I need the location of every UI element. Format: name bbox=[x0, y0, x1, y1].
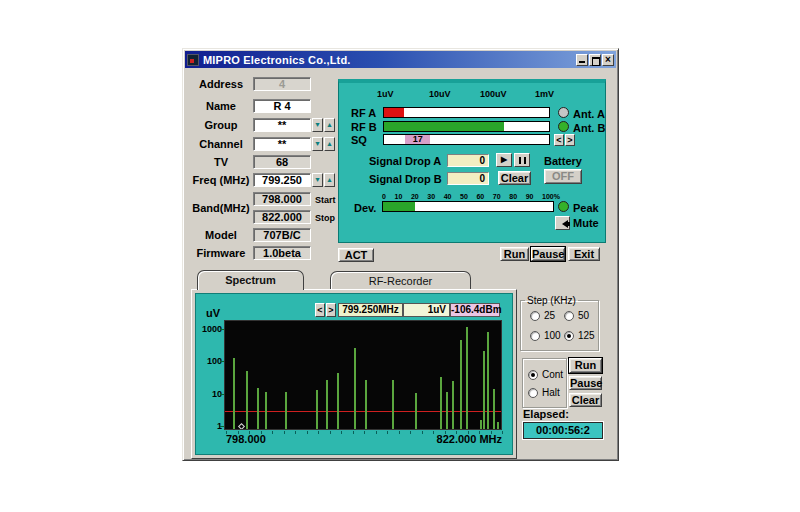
sq-label: SQ bbox=[351, 134, 367, 146]
dev-tick: 100% bbox=[542, 193, 560, 200]
spectrum-panel: uV < > 799.250MHz 1uV -106.4dBm 1000 100… bbox=[195, 293, 513, 455]
pause-meter-button[interactable] bbox=[514, 153, 530, 167]
spectrum-spike bbox=[415, 393, 417, 430]
uv-unit-label: uV bbox=[206, 307, 220, 319]
freq-field[interactable]: 799.250 bbox=[253, 173, 311, 187]
scale-100uv-label: 100uV bbox=[480, 89, 507, 99]
radio-step-100[interactable] bbox=[530, 331, 540, 341]
close-icon[interactable]: × bbox=[602, 54, 614, 66]
signal-drop-b-field: 0 bbox=[447, 172, 489, 185]
firmware-field: 1.0beta bbox=[253, 246, 311, 260]
channel-field[interactable]: ** bbox=[253, 137, 311, 151]
address-label: Address bbox=[189, 78, 253, 90]
dev-tick: 20 bbox=[411, 193, 419, 200]
pause-button[interactable]: Pause bbox=[531, 247, 565, 261]
spectrum-run-button[interactable]: Run bbox=[569, 358, 602, 373]
cursor-dbm-readout: -106.4dBm bbox=[450, 303, 500, 317]
rf-a-label: RF A bbox=[351, 107, 376, 119]
spectrum-spike bbox=[483, 351, 485, 430]
dev-tick: 80 bbox=[509, 193, 517, 200]
spectrum-spike bbox=[354, 348, 356, 430]
spectrum-spike bbox=[466, 327, 468, 430]
channel-up-icon[interactable]: ▲ bbox=[324, 137, 335, 151]
cursor-freq-readout: 799.250MHz bbox=[338, 303, 403, 317]
radio-halt[interactable] bbox=[528, 388, 538, 398]
step-legend: Step (KHz) bbox=[525, 295, 578, 306]
spectrum-spike bbox=[337, 373, 339, 430]
minimize-icon[interactable] bbox=[576, 54, 588, 66]
sq-right-icon[interactable]: > bbox=[565, 134, 575, 146]
radio-cont[interactable] bbox=[528, 370, 538, 380]
radio-cont-label: Cont bbox=[542, 369, 563, 380]
cursor-marker-icon[interactable] bbox=[238, 423, 245, 430]
spectrum-chart[interactable] bbox=[224, 320, 502, 430]
spectrum-pause-button[interactable]: Pause bbox=[569, 376, 602, 390]
group-up-icon[interactable]: ▲ bbox=[324, 118, 335, 132]
x-axis-tick bbox=[295, 431, 296, 434]
exit-button[interactable]: Exit bbox=[568, 247, 600, 261]
play-button[interactable]: ▶ bbox=[496, 153, 512, 167]
dev-fill bbox=[383, 202, 415, 211]
y-axis-tick bbox=[220, 394, 224, 395]
spectrum-spike bbox=[365, 380, 367, 430]
tab-spectrum[interactable]: Spectrum bbox=[197, 270, 304, 290]
signal-drop-a-field: 0 bbox=[447, 154, 489, 167]
freq-label: Freq (MHz) bbox=[189, 174, 253, 186]
freq-down-icon[interactable]: ▼ bbox=[312, 173, 323, 187]
band-start-field: 798.000 bbox=[253, 192, 311, 206]
spectrum-spike bbox=[493, 389, 495, 430]
dev-tick: 50 bbox=[460, 193, 468, 200]
ant-b-lamp bbox=[558, 121, 569, 132]
cursor-uv-readout: 1uV bbox=[403, 303, 450, 317]
x-left-label: 798.000 bbox=[226, 433, 266, 445]
dev-label: Dev. bbox=[354, 202, 376, 214]
spectrum-spike bbox=[497, 422, 499, 430]
dev-meter bbox=[382, 201, 554, 212]
name-field[interactable]: R 4 bbox=[253, 99, 311, 113]
scale-1mv-label: 1mV bbox=[535, 89, 554, 99]
radio-step-25[interactable] bbox=[530, 311, 540, 321]
channel-down-icon[interactable]: ▼ bbox=[312, 137, 323, 151]
elapsed-time-display: 00:00:56:2 bbox=[523, 422, 603, 439]
spectrum-spike bbox=[460, 340, 462, 430]
app-icon bbox=[187, 54, 199, 66]
window-title: MIPRO Electronics Co.,Ltd. bbox=[203, 54, 351, 66]
dev-tick: 70 bbox=[493, 193, 501, 200]
group-down-icon[interactable]: ▼ bbox=[312, 118, 323, 132]
maximize-icon[interactable] bbox=[589, 54, 601, 66]
dev-tick: 40 bbox=[444, 193, 452, 200]
battery-off-button: OFF bbox=[544, 169, 582, 184]
ant-b-label: Ant. B bbox=[573, 122, 605, 134]
cursor-left-icon[interactable]: < bbox=[315, 303, 325, 317]
radio-step-125[interactable] bbox=[564, 331, 574, 341]
act-button[interactable]: ACT bbox=[338, 248, 374, 262]
mute-button[interactable] bbox=[555, 216, 570, 230]
rf-a-fill bbox=[384, 108, 404, 117]
spectrum-spike bbox=[285, 392, 287, 430]
battery-label: Battery bbox=[544, 155, 582, 167]
spectrum-spike bbox=[326, 380, 328, 430]
tab-rf-recorder[interactable]: RF-Recorder bbox=[330, 271, 471, 291]
cursor-right-icon[interactable]: > bbox=[326, 303, 336, 317]
x-axis-tick bbox=[353, 431, 354, 434]
radio-step-100-label: 100 bbox=[544, 330, 561, 341]
group-field[interactable]: ** bbox=[253, 118, 311, 132]
band-label: Band(MHz) bbox=[189, 202, 253, 214]
run-button[interactable]: Run bbox=[500, 247, 529, 261]
rf-b-label: RF B bbox=[351, 121, 377, 133]
clear-drops-button[interactable]: Clear bbox=[498, 171, 531, 185]
title-bar[interactable]: MIPRO Electronics Co.,Ltd. × bbox=[185, 51, 616, 68]
rf-b-meter bbox=[383, 121, 550, 132]
radio-step-50[interactable] bbox=[564, 311, 574, 321]
spectrum-spike bbox=[452, 381, 454, 430]
elapsed-label: Elapsed: bbox=[523, 408, 569, 420]
pause-icon bbox=[519, 157, 526, 164]
signal-drop-a-label: Signal Drop A bbox=[369, 155, 441, 167]
freq-up-icon[interactable]: ▲ bbox=[324, 173, 335, 187]
spectrum-clear-button[interactable]: Clear bbox=[569, 393, 602, 407]
x-axis-tick bbox=[387, 431, 388, 434]
sq-left-icon[interactable]: < bbox=[554, 134, 564, 146]
address-field: 4 bbox=[253, 77, 311, 91]
band-start-label: Start bbox=[315, 195, 336, 205]
dev-tick: 60 bbox=[476, 193, 484, 200]
